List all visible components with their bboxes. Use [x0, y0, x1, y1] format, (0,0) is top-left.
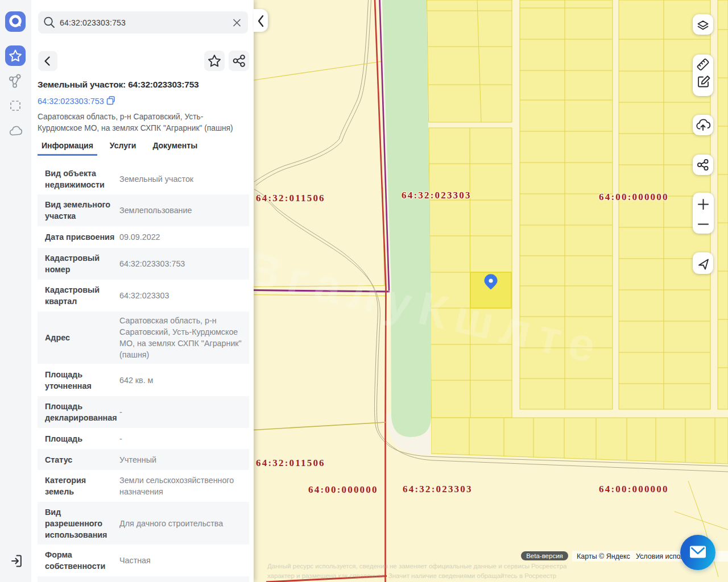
svg-text:характер и размещена как справ: характер и размещена как справочная. Зна… [267, 572, 556, 579]
svg-text:64:00:000000: 64:00:000000 [308, 484, 378, 495]
svg-text:64:32:011506: 64:32:011506 [256, 458, 325, 468]
svg-text:Данный ресурс используется, св: Данный ресурс используется, сведения не … [267, 563, 567, 569]
svg-text:64:32:023303: 64:32:023303 [403, 484, 473, 494]
svg-text:64:32:023303: 64:32:023303 [402, 190, 471, 201]
svg-text:Карты © Яндекс: Карты © Яндекс [577, 552, 630, 560]
svg-text:Beta-версия: Beta-версия [526, 552, 563, 559]
svg-text:64:00:000000: 64:00:000000 [599, 192, 669, 202]
svg-text:64:32:011506: 64:32:011506 [256, 193, 325, 203]
svg-text:64:00:000000: 64:00:000000 [599, 484, 669, 494]
